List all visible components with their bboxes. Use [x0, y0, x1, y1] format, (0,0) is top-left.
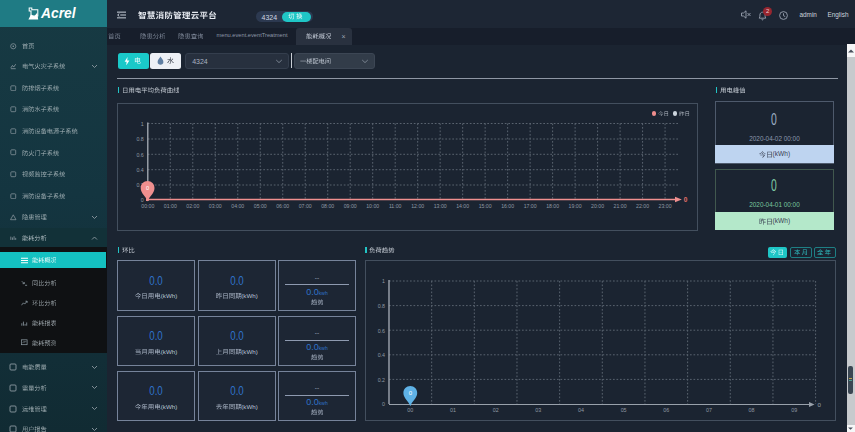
svg-text:0.8: 0.8 [378, 303, 385, 309]
svg-text:11:00: 11:00 [389, 203, 402, 209]
svg-text:0.6: 0.6 [378, 328, 385, 334]
svg-text:0.6: 0.6 [136, 152, 143, 158]
svg-text:19:00: 19:00 [569, 203, 582, 209]
svg-text:06:00: 06:00 [276, 203, 289, 209]
svg-text:04:00: 04:00 [231, 203, 244, 209]
svg-text:08: 08 [749, 407, 755, 413]
svg-text:00:00: 00:00 [141, 203, 154, 209]
svg-text:20:00: 20:00 [591, 203, 604, 209]
svg-text:04: 04 [578, 407, 584, 413]
svg-text:0.4: 0.4 [378, 352, 385, 358]
svg-text:06: 06 [663, 407, 669, 413]
svg-text:05:00: 05:00 [254, 203, 267, 209]
svg-text:14:00: 14:00 [456, 203, 469, 209]
svg-text:00: 00 [407, 407, 413, 413]
svg-text:03: 03 [535, 407, 541, 413]
svg-text:01: 01 [450, 407, 456, 413]
svg-text:03:00: 03:00 [209, 203, 222, 209]
svg-text:05: 05 [621, 407, 627, 413]
svg-text:23:00: 23:00 [659, 203, 672, 209]
svg-text:01:00: 01:00 [164, 203, 177, 209]
svg-text:0: 0 [146, 185, 149, 191]
svg-text:0.8: 0.8 [136, 136, 143, 142]
svg-text:10:00: 10:00 [366, 203, 379, 209]
svg-text:1: 1 [382, 278, 385, 284]
svg-text:02:00: 02:00 [186, 203, 199, 209]
svg-text:12:00: 12:00 [411, 203, 424, 209]
svg-text:09:00: 09:00 [344, 203, 357, 209]
svg-text:22:00: 22:00 [636, 203, 649, 209]
svg-text:0: 0 [382, 401, 385, 407]
svg-text:08:00: 08:00 [321, 203, 334, 209]
svg-text:16:00: 16:00 [501, 203, 514, 209]
svg-text:1: 1 [141, 121, 144, 127]
svg-text:18:00: 18:00 [546, 203, 559, 209]
svg-text:13:00: 13:00 [434, 203, 447, 209]
svg-text:0: 0 [818, 401, 822, 408]
svg-text:15:00: 15:00 [479, 203, 492, 209]
svg-text:02: 02 [493, 407, 499, 413]
svg-text:0.4: 0.4 [136, 167, 143, 173]
svg-text:21:00: 21:00 [614, 203, 627, 209]
svg-text:07: 07 [706, 407, 712, 413]
svg-text:09: 09 [791, 407, 797, 413]
svg-text:07:00: 07:00 [299, 203, 312, 209]
svg-text:0: 0 [684, 196, 688, 203]
svg-text:0.2: 0.2 [378, 377, 385, 383]
svg-text:17:00: 17:00 [524, 203, 537, 209]
